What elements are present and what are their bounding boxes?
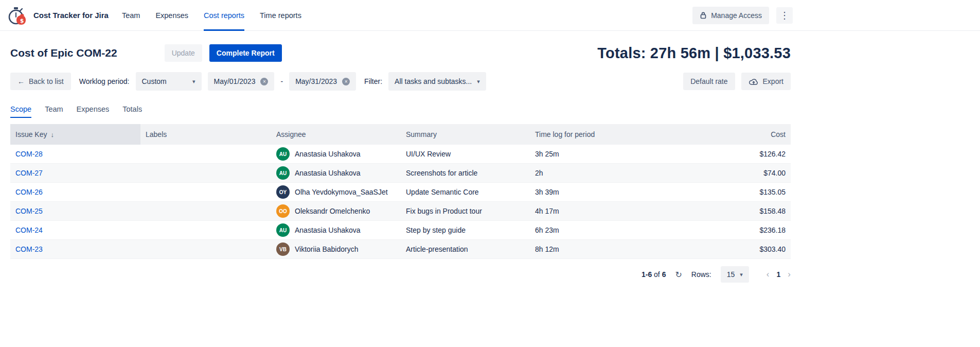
issue-key-link[interactable]: COM-25 [15,207,43,215]
assignee-name: Viktoriia Babidorych [295,245,358,253]
column-issue-key[interactable]: Issue Key ↓ [10,124,140,145]
app-title: Cost Tracker for Jira [33,11,109,20]
summary-cell: Fix bugs in Product tour [401,207,530,215]
cost-cell: $135.05 [659,188,791,196]
nav-expenses[interactable]: Expenses [155,0,188,31]
update-button[interactable]: Update [165,44,202,62]
avatar: VB [276,242,290,256]
manage-access-label: Manage Access [711,11,762,20]
back-arrow-icon: ← [17,77,25,85]
report-tabs: Scope Team Expenses Totals [10,105,791,118]
summary-cell: Step by step guide [401,226,530,234]
column-labels: Labels [140,124,271,145]
time-log-cell: 4h 17m [530,207,659,215]
avatar: OY [276,185,290,199]
scope-table: Issue Key ↓ Labels Assignee Summary Time… [10,124,791,259]
default-rate-button[interactable]: Default rate [683,73,735,90]
pagination-bar: 1-6 of 6 ↻ Rows: 15 ▾ ‹ 1 › [10,266,791,283]
assignee-name: Oleksandr Omelchenko [295,207,370,215]
table-body: COM-28 AU Anastasia Ushakova UI/UX Revie… [10,145,791,259]
date-to-input[interactable]: May/31/2023 × [289,72,356,91]
issue-key-link[interactable]: COM-26 [15,188,43,196]
table-row[interactable]: COM-28 AU Anastasia Ushakova UI/UX Revie… [10,145,791,164]
manage-access-button[interactable]: Manage Access [692,7,769,24]
table-row[interactable]: COM-26 OY Olha Yevdokymova_SaaSJet Updat… [10,183,791,202]
top-bar: $ Cost Tracker for Jira Team Expenses Co… [0,0,980,31]
cost-cell: $303.40 [659,245,791,253]
main-content: Cost of Epic COM-22 Update Complete Repo… [0,44,801,283]
page-header: Cost of Epic COM-22 Update Complete Repo… [10,44,791,62]
table-row[interactable]: COM-24 AU Anastasia Ushakova Step by ste… [10,221,791,240]
assignee-name: Anastasia Ushakova [295,150,361,158]
date-from-value: May/01/2023 [214,77,256,85]
summary-cell: UI/UX Review [401,150,530,158]
cost-cell: $74.00 [659,169,791,177]
avatar: AU [276,223,290,237]
totals-summary: Totals: 27h 56m | $1,033.53 [597,45,791,62]
more-menu-button[interactable]: ⋮ [776,7,793,24]
issue-key-link[interactable]: COM-23 [15,245,43,253]
table-row[interactable]: COM-25 OO Oleksandr Omelchenko Fix bugs … [10,202,791,221]
page-number: 1 [777,270,781,279]
table-row[interactable]: COM-27 AU Anastasia Ushakova Screenshots… [10,164,791,183]
nav-time-reports[interactable]: Time reports [260,0,301,31]
complete-report-button[interactable]: Complete Report [209,44,282,62]
tab-totals[interactable]: Totals [122,105,142,118]
nav-cost-reports[interactable]: Cost reports [204,0,244,31]
chevron-down-icon: ▾ [192,78,195,85]
sort-desc-icon: ↓ [50,131,54,138]
cost-cell: $158.48 [659,207,791,215]
table-header: Issue Key ↓ Labels Assignee Summary Time… [10,124,791,145]
task-filter-value: All tasks and subtasks... [395,77,472,85]
table-row[interactable]: COM-23 VB Viktoriia Babidorych Article-p… [10,240,791,259]
filter-label: Filter: [364,77,382,85]
export-button[interactable]: Export [741,73,791,90]
rows-per-page-select[interactable]: 15 ▾ [721,266,749,283]
issue-key-link[interactable]: COM-27 [15,169,43,177]
next-page-button[interactable]: › [788,269,791,280]
export-label: Export [763,77,783,85]
tab-team[interactable]: Team [45,105,63,118]
date-from-input[interactable]: May/01/2023 × [208,72,275,91]
worklog-period-label: Worklog period: [79,77,130,85]
column-assignee: Assignee [271,124,401,145]
period-select[interactable]: Custom ▾ [136,72,202,91]
export-cloud-icon [749,78,759,85]
chevron-down-icon: ▾ [740,271,743,278]
assignee-name: Anastasia Ushakova [295,226,361,234]
result-range: 1-6 of 6 [642,270,666,279]
app-brand[interactable]: $ Cost Tracker for Jira [6,4,109,27]
time-log-cell: 3h 25m [530,150,659,158]
task-filter-select[interactable]: All tasks and subtasks... ▾ [388,72,486,91]
summary-cell: Article-presentation [401,245,530,253]
date-range-separator: - [280,77,283,85]
app-logo-icon: $ [6,4,29,27]
column-time-log: Time log for period [530,124,659,145]
issue-key-link[interactable]: COM-28 [15,150,43,158]
column-cost: Cost [659,124,791,145]
tab-expenses[interactable]: Expenses [77,105,110,118]
time-log-cell: 6h 23m [530,226,659,234]
filter-toolbar: ← Back to list Worklog period: Custom ▾ … [10,72,791,91]
nav-team[interactable]: Team [122,0,140,31]
assignee-name: Olha Yevdokymova_SaaSJet [295,188,388,196]
clear-date-from-icon[interactable]: × [260,78,268,85]
top-nav: Team Expenses Cost reports Time reports [122,0,301,31]
range-numbers: 1-6 [642,270,652,279]
time-log-cell: 3h 39m [530,188,659,196]
time-log-cell: 2h [530,169,659,177]
avatar: OO [276,204,290,218]
range-of-label: of [654,270,660,279]
chevron-down-icon: ▾ [477,78,480,85]
range-total: 6 [662,270,666,279]
clear-date-to-icon[interactable]: × [342,78,350,85]
issue-key-link[interactable]: COM-24 [15,226,43,234]
back-to-list-button[interactable]: ← Back to list [10,73,71,90]
svg-text:$: $ [20,17,24,24]
tab-scope[interactable]: Scope [10,105,31,118]
cost-cell: $126.42 [659,150,791,158]
avatar: AU [276,166,290,180]
refresh-icon[interactable]: ↻ [675,270,682,280]
prev-page-button[interactable]: ‹ [767,269,770,280]
assignee-name: Anastasia Ushakova [295,169,361,177]
